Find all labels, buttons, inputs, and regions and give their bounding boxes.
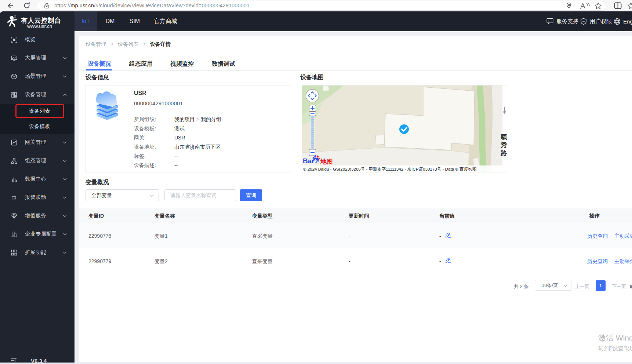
svg-text:颖: 颖 [501,134,507,141]
svg-text:Bai: Bai [303,157,314,165]
svg-text:路: 路 [501,150,507,157]
svg-text:© 2024 Baidu - GS(2023)3206号 -: © 2024 Baidu - GS(2023)3206号 - 甲测资字11111… [303,167,476,171]
svg-text:地图: 地图 [320,158,333,165]
svg-text:秀: 秀 [501,142,507,149]
svg-text:du: du [314,158,319,163]
